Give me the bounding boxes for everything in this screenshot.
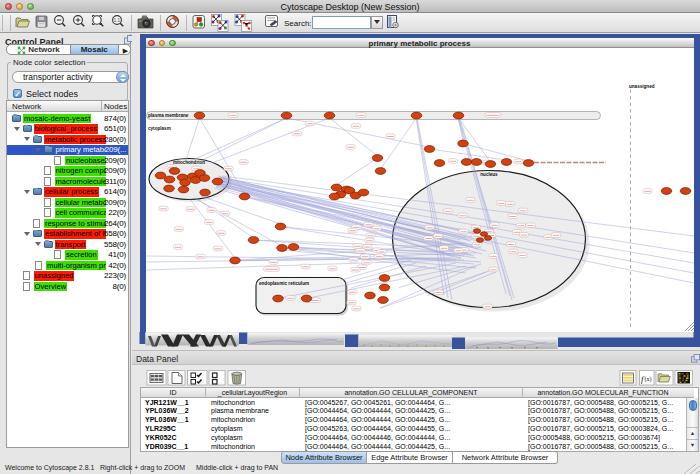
svg-text:cytoplasm: cytoplasm (148, 126, 171, 131)
svg-text:1:1: 1:1 (114, 18, 121, 23)
svg-text:(x): (x) (645, 376, 652, 383)
svg-text:mitochondrion: mitochondrion (172, 160, 204, 165)
svg-text:nucleus: nucleus (480, 172, 498, 177)
svg-text:endoplasmic reticulum: endoplasmic reticulum (259, 281, 309, 286)
svg-text:unassigned: unassigned (629, 84, 655, 89)
svg-text:plasma membrane: plasma membrane (148, 113, 189, 118)
